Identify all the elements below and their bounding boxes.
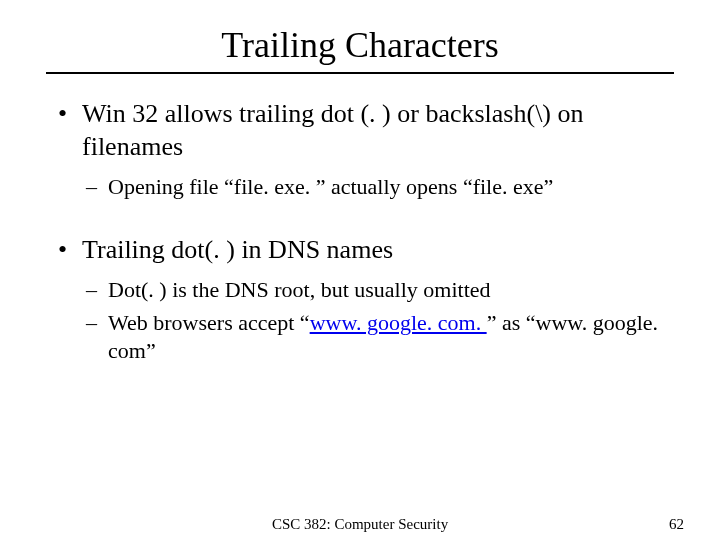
sub-list: Dot(. ) is the DNS root, but usually omi… — [82, 276, 680, 366]
sub-list: Opening file “file. exe. ” actually open… — [82, 173, 680, 202]
sub-text: Dot(. ) is the DNS root, but usually omi… — [108, 277, 491, 302]
footer-page-number: 62 — [669, 516, 684, 533]
link-text[interactable]: www. google. com. — [310, 310, 487, 335]
bullet-item: Win 32 allows trailing dot (. ) or backs… — [52, 98, 680, 202]
bullet-item: Trailing dot(. ) in DNS names Dot(. ) is… — [52, 234, 680, 366]
bullet-list: Win 32 allows trailing dot (. ) or backs… — [52, 98, 680, 202]
bullet-list: Trailing dot(. ) in DNS names Dot(. ) is… — [52, 234, 680, 366]
sub-item: Dot(. ) is the DNS root, but usually omi… — [82, 276, 680, 305]
slide: Trailing Characters Win 32 allows traili… — [0, 0, 720, 540]
sub-item: Opening file “file. exe. ” actually open… — [82, 173, 680, 202]
sub-text-prefix: Web browsers accept “ — [108, 310, 310, 335]
bullet-text: Trailing dot(. ) in DNS names — [82, 235, 393, 264]
sub-text: Opening file “file. exe. ” actually open… — [108, 174, 553, 199]
slide-title: Trailing Characters — [40, 24, 680, 66]
slide-content: Win 32 allows trailing dot (. ) or backs… — [40, 98, 680, 366]
title-rule — [46, 72, 674, 74]
footer-course: CSC 382: Computer Security — [0, 516, 720, 533]
sub-item: Web browsers accept “www. google. com. ”… — [82, 309, 680, 366]
spacer — [52, 212, 680, 234]
bullet-text: Win 32 allows trailing dot (. ) or backs… — [82, 99, 584, 161]
